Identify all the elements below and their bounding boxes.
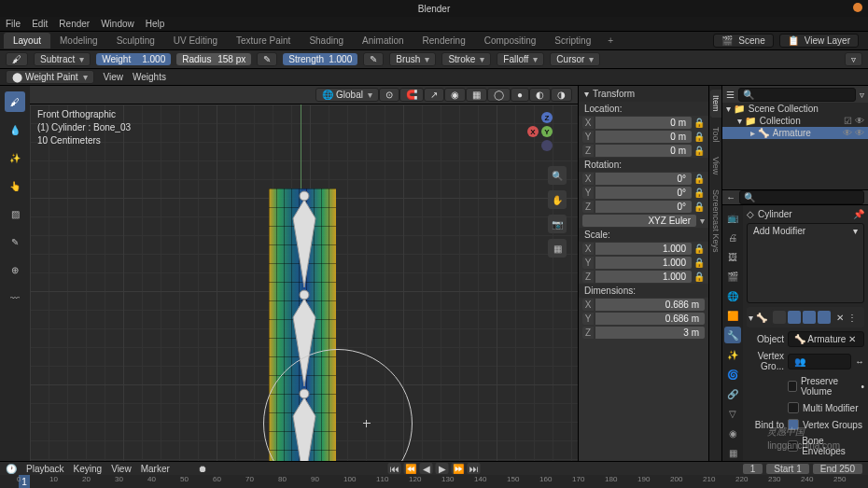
- jump-end-icon[interactable]: ⏭: [468, 463, 481, 474]
- mod-menu-icon[interactable]: ⋮: [847, 313, 857, 323]
- ptab-data-icon[interactable]: ▽: [724, 405, 741, 422]
- autokey-icon[interactable]: ⏺: [198, 464, 207, 474]
- shading-wire-icon[interactable]: ◯: [487, 88, 511, 102]
- multi-modifier-checkbox[interactable]: [788, 402, 799, 413]
- dim-z[interactable]: 3 m: [595, 327, 705, 339]
- falloff-dropdown[interactable]: Falloff▾: [497, 52, 544, 66]
- tab-shading[interactable]: Shading: [300, 33, 353, 49]
- next-key-icon[interactable]: ⏩: [452, 463, 465, 474]
- menu-edit[interactable]: Edit: [32, 19, 48, 29]
- nav-gizmo[interactable]: X Y Z: [527, 112, 567, 151]
- tool-smear-icon[interactable]: 👆: [5, 175, 25, 196]
- tool-brush-icon[interactable]: 🖌: [5, 91, 25, 112]
- tab-add-icon[interactable]: +: [600, 33, 621, 49]
- blend-mode-select[interactable]: Subtract▾: [34, 52, 91, 66]
- tl-mode-icon[interactable]: 🕐: [6, 464, 17, 474]
- strength-slider[interactable]: Strength1.000: [283, 53, 357, 65]
- ptab-world-icon[interactable]: 🌐: [724, 287, 741, 304]
- ptab-output-icon[interactable]: 🖨: [724, 229, 741, 245]
- menu-render[interactable]: Render: [59, 19, 90, 29]
- outliner-item-armature[interactable]: ▸ 🦴 Armature👁 👁: [722, 127, 868, 139]
- tool-blur-icon[interactable]: 💧: [5, 119, 25, 140]
- persp-icon[interactable]: ▦: [548, 239, 567, 258]
- ptab-modifier-icon[interactable]: 🔧: [724, 327, 741, 343]
- brush-dropdown[interactable]: Brush▾: [389, 52, 436, 66]
- ntab-keys[interactable]: Screencast Keys: [710, 184, 721, 258]
- current-frame[interactable]: 1: [743, 464, 763, 474]
- close-window-icon[interactable]: [853, 3, 862, 12]
- end-frame[interactable]: End 250: [813, 464, 862, 474]
- menu-file[interactable]: File: [6, 19, 21, 29]
- ptab-object-icon[interactable]: 🟧: [724, 307, 741, 324]
- scale-x[interactable]: 1.000: [595, 243, 692, 255]
- tab-texpaint[interactable]: Texture Paint: [227, 33, 300, 49]
- tl-playback[interactable]: Playback: [26, 464, 64, 474]
- filter-icon[interactable]: ▿: [845, 52, 862, 66]
- prev-key-icon[interactable]: ⏪: [404, 463, 417, 474]
- stroke-dropdown[interactable]: Stroke▾: [441, 52, 491, 66]
- ptab-texture-icon[interactable]: ▦: [724, 444, 741, 461]
- radius-slider[interactable]: Radius158 px: [176, 53, 251, 65]
- pan-icon[interactable]: ✋: [548, 190, 567, 209]
- radius-pressure-icon[interactable]: ✎: [257, 52, 277, 66]
- object-name[interactable]: Cylinder: [758, 209, 849, 219]
- loc-x[interactable]: 0 m: [595, 117, 692, 129]
- bind-vg-checkbox[interactable]: [788, 419, 799, 430]
- tool-sample-icon[interactable]: ✎: [5, 231, 25, 252]
- rot-mode[interactable]: XYZ Euler: [582, 215, 696, 227]
- tab-modeling[interactable]: Modeling: [50, 33, 107, 49]
- ntab-tool[interactable]: Tool: [710, 121, 721, 148]
- tab-script[interactable]: Scripting: [545, 33, 600, 49]
- tab-layout[interactable]: Layout: [4, 33, 50, 49]
- ptab-particle-icon[interactable]: ✨: [724, 346, 741, 363]
- tab-sculpting[interactable]: Sculpting: [107, 33, 164, 49]
- armature-object-field[interactable]: 🦴 Armature ✕: [788, 331, 864, 347]
- outliner-mode-icon[interactable]: ☰: [726, 90, 735, 100]
- tool-gradient-icon[interactable]: ▨: [5, 203, 25, 224]
- scale-y[interactable]: 1.000: [595, 257, 692, 269]
- scene-field[interactable]: 🎬 Scene: [713, 34, 773, 48]
- modifier-display-icons[interactable]: [771, 309, 833, 326]
- ptab-scene-icon[interactable]: 🎬: [724, 268, 741, 285]
- outliner-filter-icon[interactable]: ▿: [860, 90, 864, 100]
- add-modifier-select[interactable]: Add Modifier▾: [747, 223, 864, 303]
- loc-z[interactable]: 0 m: [595, 145, 692, 157]
- shading-render-icon[interactable]: ◑: [551, 88, 572, 102]
- tab-anim[interactable]: Animation: [353, 33, 413, 49]
- vg-invert-icon[interactable]: ↔: [855, 356, 864, 367]
- vertex-group-field[interactable]: 👥: [788, 354, 851, 369]
- dim-x[interactable]: 0.686 m: [595, 299, 705, 311]
- scale-z[interactable]: 1.000: [595, 271, 692, 283]
- ptab-material-icon[interactable]: ◉: [724, 425, 741, 441]
- snap-icon[interactable]: 🧲: [399, 88, 424, 102]
- tab-uv[interactable]: UV Editing: [164, 33, 227, 49]
- bind-be-checkbox[interactable]: [788, 440, 798, 452]
- camera-icon[interactable]: 📷: [548, 215, 567, 233]
- tool-annotate-icon[interactable]: 〰: [5, 287, 25, 308]
- ntab-view[interactable]: View: [710, 151, 721, 180]
- bone-1[interactable]: [289, 190, 319, 291]
- timeline-ruler[interactable]: 1 01020304050607080901001101201301401501…: [0, 475, 868, 488]
- cursor-dropdown[interactable]: Cursor▾: [550, 52, 600, 66]
- dim-y[interactable]: 0.686 m: [595, 313, 705, 325]
- mode-select[interactable]: ⬤ Weight Paint▾: [6, 70, 94, 84]
- start-frame[interactable]: Start 1: [766, 464, 808, 474]
- tl-keying[interactable]: Keying: [74, 464, 103, 474]
- pivot-icon[interactable]: ⊙: [379, 88, 399, 102]
- menu-weights[interactable]: Weights: [133, 72, 166, 82]
- rot-y[interactable]: 0°: [595, 187, 692, 199]
- tool-cursor-icon[interactable]: ⊕: [5, 259, 25, 280]
- loc-y[interactable]: 0 m: [595, 131, 692, 143]
- tl-marker[interactable]: Marker: [141, 464, 170, 474]
- outliner-search[interactable]: 🔍: [738, 88, 856, 102]
- ntab-item[interactable]: Item: [710, 90, 721, 118]
- mod-close-icon[interactable]: ✕: [836, 313, 844, 323]
- viewlayer-field[interactable]: 📋 View Layer: [779, 34, 859, 48]
- weight-slider[interactable]: Weight1.000: [96, 53, 171, 65]
- pin-icon[interactable]: 📌: [853, 209, 864, 219]
- ptab-viewlayer-icon[interactable]: 🖼: [724, 248, 741, 265]
- menu-help[interactable]: Help: [146, 19, 165, 29]
- n-panel-header[interactable]: ▾ Transform: [579, 86, 708, 102]
- jump-start-icon[interactable]: ⏮: [388, 463, 401, 474]
- ptab-constraint-icon[interactable]: 🔗: [724, 385, 741, 402]
